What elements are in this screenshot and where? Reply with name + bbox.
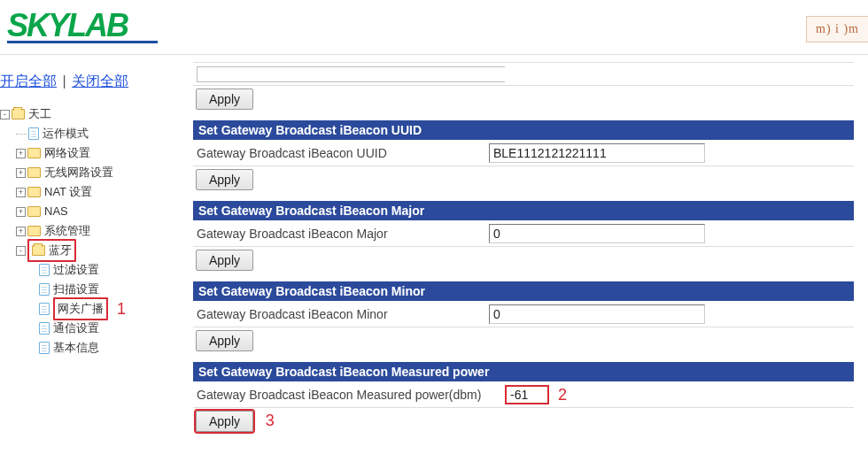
page-icon [39, 342, 50, 354]
folder-open-icon [32, 245, 45, 256]
brand-underline [7, 41, 158, 43]
page-icon [28, 127, 39, 140]
tree-item[interactable]: 系统管理 [44, 221, 90, 241]
expand-icon[interactable]: + [16, 207, 26, 217]
tree-item[interactable]: 网络设置 [44, 143, 90, 163]
apply-button-major[interactable]: Apply [196, 250, 253, 271]
section-header-major: Set Gateway Broadcast iBeacon Major [193, 201, 854, 220]
power-input[interactable] [505, 385, 549, 404]
power-label: Gateway Broadcast iBeacon Measured power… [197, 388, 505, 402]
page-icon [39, 283, 50, 296]
major-input[interactable] [489, 224, 705, 243]
annotation-3: 3 [266, 412, 275, 429]
page-icon [39, 322, 50, 335]
main-content: Apply Set Gateway Broadcast iBeacon UUID… [193, 62, 856, 443]
corner-badge: m) i )m [806, 16, 868, 42]
open-all-link[interactable]: 开启全部 [0, 73, 57, 89]
annotation-2: 2 [558, 386, 567, 404]
major-label: Gateway Broadcast iBeacon Major [197, 227, 489, 241]
tree-item[interactable]: 无线网路设置 [44, 163, 113, 182]
minor-input[interactable] [489, 304, 705, 324]
page-icon [39, 264, 50, 276]
expand-icon[interactable]: + [16, 188, 26, 197]
partial-input [197, 66, 505, 82]
brand-logo: SKYLAB [7, 7, 128, 44]
apply-button[interactable]: Apply [196, 89, 253, 110]
tree-subitem[interactable]: 过滤设置 [53, 260, 99, 280]
expand-icon[interactable]: + [16, 168, 26, 178]
folder-icon [27, 187, 41, 197]
close-all-link[interactable]: 关闭全部 [72, 73, 128, 89]
tree-root[interactable]: 天工 [28, 104, 51, 124]
tree-item[interactable]: NAT 设置 [44, 182, 92, 202]
expand-icon[interactable]: + [16, 149, 26, 158]
collapse-icon[interactable]: - [16, 246, 26, 256]
apply-button-uuid[interactable]: Apply [196, 169, 253, 190]
tree-item[interactable]: 运作模式 [43, 124, 89, 143]
tree-item[interactable]: NAS [44, 202, 68, 221]
minor-label: Gateway Broadcast iBeacon Minor [197, 307, 489, 321]
page-icon [39, 303, 50, 315]
tree-item-bluetooth[interactable]: 蓝牙 [49, 241, 72, 260]
collapse-icon[interactable]: - [0, 110, 10, 119]
folder-icon [27, 148, 41, 158]
tree-subitem[interactable]: 通信设置 [53, 319, 99, 338]
uuid-input[interactable] [489, 143, 705, 163]
tree-subitem[interactable]: 扫描设置 [53, 280, 99, 299]
folder-open-icon [12, 109, 25, 119]
section-header-uuid: Set Gateway Broadcast iBeacon UUID [193, 120, 854, 140]
tree-subitem-gateway-broadcast[interactable]: 网关广播 [58, 302, 104, 315]
link-separator: | [62, 73, 66, 89]
folder-icon [27, 167, 41, 178]
nav-tree: - 天工 运作模式 + 网络设置 + 无线网路设置 + NAT 设置 + NAS… [0, 104, 177, 358]
tree-subitem[interactable]: 基本信息 [53, 338, 99, 358]
expand-icon[interactable]: + [16, 227, 26, 236]
annotation-1: 1 [117, 299, 126, 319]
section-header-power: Set Gateway Broadcast iBeacon Measured p… [193, 362, 854, 381]
apply-button-minor[interactable]: Apply [196, 330, 253, 351]
uuid-label: Gateway Broadcast iBeacon UUID [197, 146, 489, 160]
folder-icon [27, 226, 41, 236]
apply-button-power[interactable]: Apply [196, 411, 253, 432]
section-header-minor: Set Gateway Broadcast iBeacon Minor [193, 281, 854, 301]
folder-icon [27, 206, 41, 217]
